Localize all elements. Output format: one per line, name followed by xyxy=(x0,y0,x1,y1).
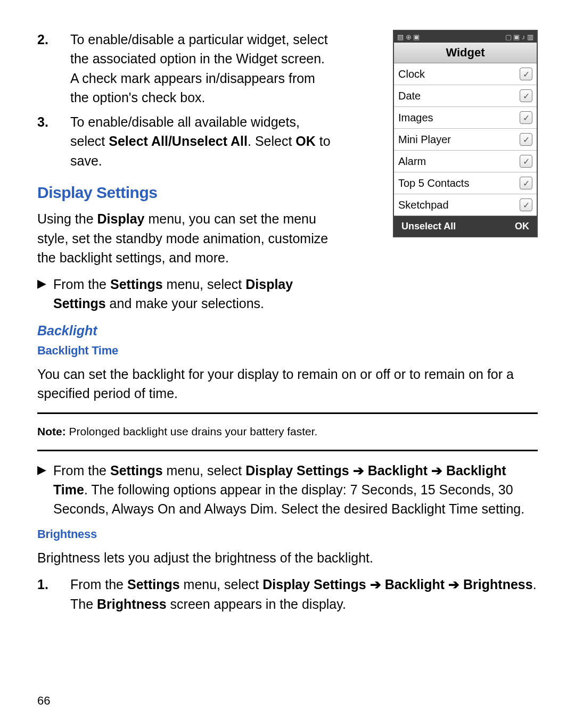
step-number: 3. xyxy=(37,112,70,170)
checkbox-icon: ✓ xyxy=(520,68,532,80)
step-3: 3. To enable/disable all available widge… xyxy=(37,112,335,170)
backlight-time-desc: You can set the backlight for your displ… xyxy=(37,365,538,403)
checkbox-icon: ✓ xyxy=(520,111,532,124)
widget-row: Images✓ xyxy=(394,107,537,129)
checkbox-icon: ✓ xyxy=(520,133,532,146)
widget-row: Date✓ xyxy=(394,85,537,107)
subheading-backlight: Backlight xyxy=(37,321,538,340)
triangle-bullet-icon: ▶ xyxy=(37,461,53,519)
brightness-desc: Brightness lets you adjust the brightnes… xyxy=(37,548,538,567)
phone-status-bar: ▧ ⊕ ▣ ▢ ▣ ♪ ▥ xyxy=(394,31,537,43)
widget-row: Sketchpad✓ xyxy=(394,194,537,216)
checkbox-icon: ✓ xyxy=(520,177,532,189)
checkbox-icon: ✓ xyxy=(520,89,532,102)
phone-screen-title: Widget xyxy=(394,43,537,63)
step-number: 1. xyxy=(37,575,70,614)
step-text: To enable/disable a particular widget, s… xyxy=(70,30,335,107)
subheading-brightness: Brightness xyxy=(37,526,538,543)
widget-screen-illustration: ▧ ⊕ ▣ ▢ ▣ ♪ ▥ Widget Clock✓ Date✓ Images… xyxy=(393,30,538,237)
step-text: To enable/disable all available widgets,… xyxy=(70,112,335,170)
subheading-backlight-time: Backlight Time xyxy=(37,342,538,359)
display-settings-step: ▶ From the Settings menu, select Display… xyxy=(37,275,335,313)
divider xyxy=(37,412,538,414)
step-number: 2. xyxy=(37,30,70,107)
divider xyxy=(37,450,538,451)
widget-row: Clock✓ xyxy=(394,63,537,85)
status-icons-right: ▢ ▣ ♪ ▥ xyxy=(505,33,533,41)
status-icons-left: ▧ ⊕ ▣ xyxy=(397,33,420,41)
note-text: Note: Prolonged backlight use drains you… xyxy=(37,424,538,440)
step-2: 2. To enable/disable a particular widget… xyxy=(37,30,335,107)
softkey-right: OK xyxy=(515,221,529,232)
heading-display-settings: Display Settings xyxy=(37,181,335,204)
brightness-step-1: 1. From the Settings menu, select Displa… xyxy=(37,575,538,614)
checkbox-icon: ✓ xyxy=(520,155,532,168)
phone-softkey-bar: Unselect All OK xyxy=(394,216,537,236)
widget-row: Mini Player✓ xyxy=(394,129,537,151)
widget-row: Top 5 Contacts✓ xyxy=(394,172,537,194)
step-text: From the Settings menu, select Display S… xyxy=(70,575,538,614)
checkbox-icon: ✓ xyxy=(520,198,532,211)
triangle-bullet-icon: ▶ xyxy=(37,275,53,313)
display-settings-intro: Using the Display menu, you can set the … xyxy=(37,209,335,267)
widget-row: Alarm✓ xyxy=(394,151,537,172)
softkey-left: Unselect All xyxy=(401,221,456,232)
backlight-time-step: ▶ From the Settings menu, select Display… xyxy=(37,461,538,519)
page-number: 66 xyxy=(37,694,50,708)
